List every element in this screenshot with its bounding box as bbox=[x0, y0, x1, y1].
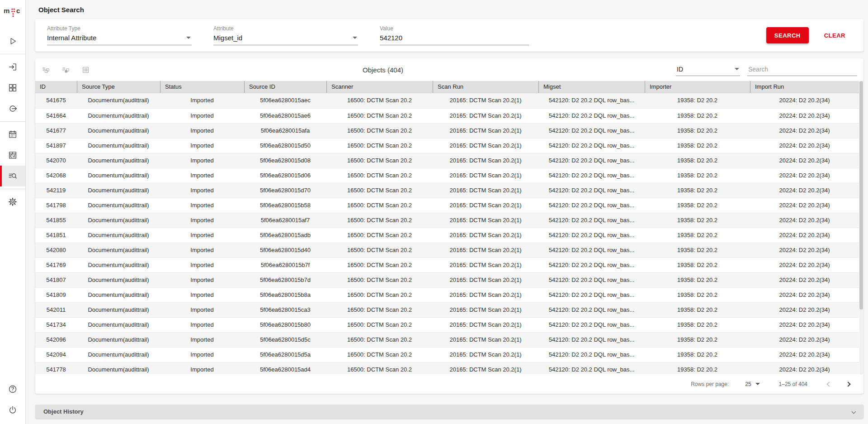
table-cell-source-type: Documentum(audittrail) bbox=[77, 348, 160, 362]
sidebar-item-reports[interactable] bbox=[0, 145, 25, 166]
column-header-status[interactable]: Status bbox=[160, 81, 244, 93]
column-header-source-id[interactable]: Source ID bbox=[244, 81, 326, 93]
table-cell-source-id: 5f06ea6280015d06 bbox=[244, 168, 326, 183]
table-row[interactable]: 541851Documentum(audittrail)Imported5f06… bbox=[35, 228, 859, 243]
table-cell-import-run: 20224: D2 20.2(34) bbox=[750, 273, 859, 287]
copy-list-button[interactable] bbox=[42, 66, 50, 74]
table-row[interactable]: 542070Documentum(audittrail)Imported5f06… bbox=[35, 153, 859, 168]
table-row[interactable]: 542080Documentum(audittrail)Imported5f06… bbox=[35, 243, 859, 257]
rows-per-page-select[interactable]: 25 bbox=[742, 381, 762, 388]
sidebar-divider bbox=[0, 189, 25, 189]
table-row[interactable]: 541809Documentum(audittrail)Imported5f06… bbox=[35, 287, 859, 302]
table-cell-source-type: Documentum(audittrail) bbox=[77, 168, 160, 183]
filter-column-select[interactable]: ID bbox=[676, 64, 740, 76]
table-row[interactable]: 541664Documentum(audittrail)Imported5f06… bbox=[35, 108, 859, 123]
column-header-id[interactable]: ID bbox=[35, 81, 77, 93]
sidebar-item-scheduler[interactable] bbox=[0, 124, 25, 145]
table-cell-source-type: Documentum(audittrail) bbox=[77, 138, 160, 153]
table-cell-scanner: 16500: DCTM Scan 20.2 bbox=[326, 153, 433, 168]
table-cell-import-run: 20224: D2 20.2(34) bbox=[750, 138, 859, 153]
attribute-type-select[interactable]: Internal Attribute bbox=[47, 32, 192, 45]
table-cell-migset: 542120: D2 20.2 DQL row_bas... bbox=[538, 183, 645, 198]
report-chart-icon bbox=[8, 150, 18, 160]
table-row[interactable]: 541677Documentum(audittrail)Imported5f06… bbox=[35, 123, 859, 138]
table-cell-source-id: 5f06ea6280015d5a bbox=[244, 348, 326, 362]
value-input[interactable]: 542120 bbox=[380, 32, 529, 45]
table-cell-scan-run: 20165: DCTM Scan 20.2(1) bbox=[433, 303, 538, 317]
column-header-scan-run[interactable]: Scan Run bbox=[433, 81, 538, 93]
table-row[interactable]: 541769Documentum(audittrail)Imported5f06… bbox=[35, 257, 859, 272]
sidebar-item-help[interactable] bbox=[0, 379, 25, 400]
table-cell-id: 541897 bbox=[35, 138, 77, 153]
sidebar-item-dashboard[interactable] bbox=[0, 77, 25, 98]
column-header-source-type[interactable]: Source Type bbox=[77, 81, 160, 93]
column-header-importer[interactable]: Importer bbox=[645, 81, 750, 93]
table-row[interactable]: 542011Documentum(audittrail)Imported5f06… bbox=[35, 302, 859, 317]
table-cell-source-type: Documentum(audittrail) bbox=[77, 228, 160, 243]
previous-page-button[interactable] bbox=[826, 381, 833, 388]
table-cell-scanner: 16500: DCTM Scan 20.2 bbox=[326, 243, 433, 257]
object-history-panel[interactable]: Object History bbox=[35, 405, 863, 419]
column-header-import-run[interactable]: Import Run bbox=[750, 81, 859, 93]
table-cell-import-run: 20224: D2 20.2(34) bbox=[750, 243, 859, 257]
sidebar-item-logout[interactable] bbox=[0, 400, 25, 420]
table-row[interactable]: 541897Documentum(audittrail)Imported5f06… bbox=[35, 138, 859, 153]
pagination-range: 1–25 of 404 bbox=[779, 381, 807, 387]
view-list-button[interactable] bbox=[81, 66, 90, 74]
table-cell-status: Imported bbox=[160, 333, 244, 347]
table-row[interactable]: 541855Documentum(audittrail)Imported5f06… bbox=[35, 213, 859, 228]
search-button[interactable]: SEARCH bbox=[766, 27, 809, 43]
attribute-select[interactable]: Migset_id bbox=[213, 32, 358, 45]
table-row[interactable]: 541807Documentum(audittrail)Imported5f06… bbox=[35, 272, 859, 287]
table-cell-scan-run: 20165: DCTM Scan 20.2(1) bbox=[433, 333, 538, 347]
table-cell-status: Imported bbox=[160, 362, 244, 374]
table-row[interactable]: 542068Documentum(audittrail)Imported5f06… bbox=[35, 168, 859, 183]
table-row[interactable]: 542094Documentum(audittrail)Imported5f06… bbox=[35, 347, 859, 362]
table-row[interactable]: 541798Documentum(audittrail)Imported5f06… bbox=[35, 198, 859, 213]
table-cell-scanner: 16500: DCTM Scan 20.2 bbox=[326, 213, 433, 228]
table-row[interactable]: 541778Documentum(audittrail)Imported5f06… bbox=[35, 362, 859, 374]
copy-list-filled-icon bbox=[61, 69, 70, 76]
chevron-right-icon bbox=[845, 381, 850, 386]
table-cell-id: 542068 bbox=[35, 168, 77, 183]
table-cell-importer: 19358: D2 20.2 bbox=[645, 183, 750, 198]
table-scrollbar-thumb[interactable] bbox=[859, 81, 863, 310]
table-cell-scanner: 16500: DCTM Scan 20.2 bbox=[326, 288, 433, 302]
table-scrollbar[interactable] bbox=[859, 81, 863, 375]
table-filter-controls: ID bbox=[676, 64, 857, 76]
table-row[interactable]: 541675Documentum(audittrail)Imported5f06… bbox=[35, 93, 859, 108]
sidebar-item-import[interactable] bbox=[0, 57, 25, 77]
next-page-button[interactable] bbox=[844, 381, 852, 388]
table-search-input[interactable] bbox=[747, 64, 857, 76]
clear-button[interactable]: CLEAR bbox=[821, 32, 848, 39]
table-cell-import-run: 20224: D2 20.2(34) bbox=[750, 168, 859, 183]
table-row[interactable]: 541734Documentum(audittrail)Imported5f06… bbox=[35, 317, 859, 332]
sidebar-item-export[interactable] bbox=[0, 98, 25, 119]
table-cell-importer: 19358: D2 20.2 bbox=[645, 318, 750, 332]
table-cell-source-id: 5f06ea6280015d08 bbox=[244, 153, 326, 168]
table-cell-scanner: 16500: DCTM Scan 20.2 bbox=[326, 258, 433, 272]
table-title: Objects (404) bbox=[90, 66, 676, 74]
table-cell-status: Imported bbox=[160, 258, 244, 272]
table-cell-status: Imported bbox=[160, 168, 244, 183]
table-cell-importer: 19358: D2 20.2 bbox=[645, 198, 750, 213]
column-header-migset[interactable]: Migset bbox=[538, 81, 645, 93]
sidebar-item-object-search[interactable] bbox=[0, 166, 25, 186]
table-cell-import-run: 20224: D2 20.2(34) bbox=[750, 198, 859, 213]
table-cell-source-id: 5f06ea6280015ae6 bbox=[244, 109, 326, 123]
table-body: 541675Documentum(audittrail)Imported5f06… bbox=[35, 93, 859, 374]
copy-list-filled-button[interactable] bbox=[61, 66, 70, 74]
sidebar-item-run[interactable] bbox=[0, 31, 25, 52]
mc-logo-icon: m c bbox=[3, 4, 22, 21]
table-cell-id: 541809 bbox=[35, 288, 77, 302]
table-cell-importer: 19358: D2 20.2 bbox=[645, 348, 750, 362]
table-cell-migset: 542120: D2 20.2 DQL row_bas... bbox=[538, 273, 645, 287]
table-row[interactable]: 542119Documentum(audittrail)Imported5f06… bbox=[35, 183, 859, 198]
sidebar-item-settings[interactable] bbox=[0, 191, 25, 212]
table-cell-id: 541769 bbox=[35, 258, 77, 272]
table-cell-status: Imported bbox=[160, 228, 244, 243]
table-cell-importer: 19358: D2 20.2 bbox=[645, 303, 750, 317]
table-cell-migset: 542120: D2 20.2 DQL row_bas... bbox=[538, 362, 645, 374]
column-header-scanner[interactable]: Scanner bbox=[326, 81, 433, 93]
table-row[interactable]: 542096Documentum(audittrail)Imported5f06… bbox=[35, 332, 859, 347]
